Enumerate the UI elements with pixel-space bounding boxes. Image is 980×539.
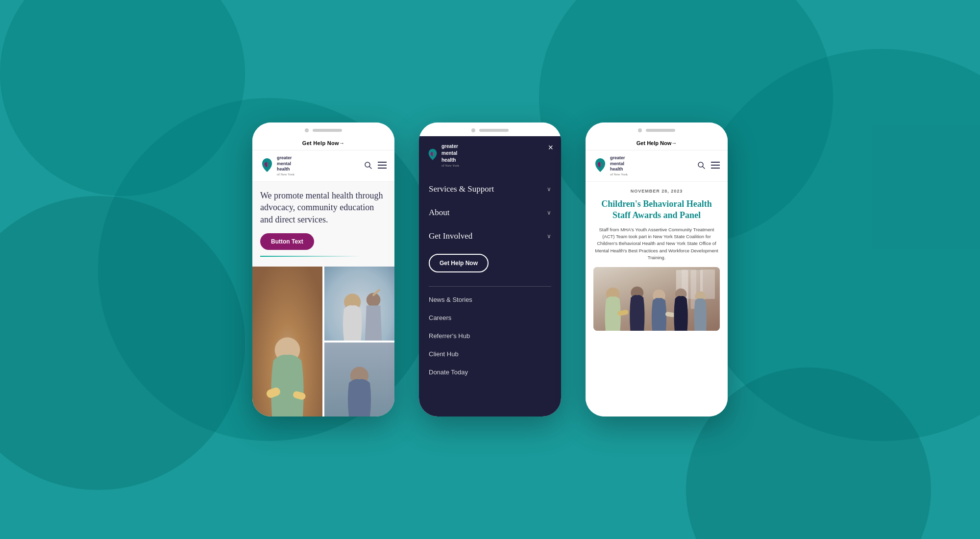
nav-item-services[interactable]: Services & Support ∨ <box>419 177 561 201</box>
phone-3-logo: greatermentalhealth of New York <box>593 155 628 176</box>
phone-1-cta-button[interactable]: Button Text <box>260 233 314 250</box>
phone-2-cta-area: Get Help Now <box>419 248 561 282</box>
article-image <box>593 267 720 331</box>
services-chevron-icon: ∨ <box>547 186 551 193</box>
search-icon[interactable] <box>364 161 372 171</box>
close-nav-button[interactable]: × <box>548 143 553 152</box>
phone-1-image-2 <box>324 267 394 341</box>
nav-divider <box>429 286 551 287</box>
svg-line-13 <box>703 167 705 169</box>
phone-2-notch <box>419 122 561 136</box>
phone-1-header: greatermentalhealth of New York <box>252 150 394 182</box>
article-image-svg <box>593 267 720 331</box>
phone-2-content: greatermentalhealth of New York × Servic… <box>419 136 561 416</box>
phone-2: greatermentalhealth of New York × Servic… <box>419 122 561 416</box>
phone-3-header-icons <box>697 161 720 171</box>
gmh-logo-icon <box>260 157 274 175</box>
phone-1-logo: greatermentalhealth of New York <box>260 155 294 176</box>
phone-3-content: Get Help Now → greatermentalhealth of Ne… <box>586 136 728 416</box>
nav-item-about[interactable]: About ∨ <box>419 201 561 224</box>
nav-item-careers[interactable]: Careers <box>419 309 561 327</box>
phones-container: Get Help Now → greatermentalhealth of Ne… <box>252 122 728 416</box>
phone-2-dot <box>471 128 475 132</box>
phone-2-logo-icon <box>427 148 439 163</box>
phone-1-dot <box>305 128 309 132</box>
nav-item-get-involved[interactable]: Get Involved ∨ <box>419 224 561 248</box>
phone-1-speaker <box>313 129 342 132</box>
phone-2-speaker <box>479 129 509 132</box>
phone-3-header: greatermentalhealth of New York <box>586 150 728 182</box>
phone-2-nav: Services & Support ∨ About ∨ Get Involve… <box>419 173 561 416</box>
teal-decorative-line <box>260 256 361 257</box>
phone-3-top-bar[interactable]: Get Help Now → <box>586 136 728 150</box>
phone-3-logo-icon <box>593 157 607 175</box>
article-date: NOVEMBER 28, 2023 <box>586 182 728 196</box>
nav-item-news[interactable]: News & Stories <box>419 291 561 309</box>
phone-2-logo-sub: of New York <box>441 164 459 168</box>
about-chevron-icon: ∨ <box>547 209 551 217</box>
article-title: Children's Behavioral Health Staff Award… <box>586 196 728 226</box>
phone-1-logo-text: greatermentalhealth of New York <box>277 155 294 176</box>
phone-1-notch <box>252 122 394 136</box>
nav-item-referrers-hub[interactable]: Referrer's Hub <box>419 327 561 345</box>
phone-1-topbar-arrow: → <box>339 140 344 146</box>
nav-cta-button[interactable]: Get Help Now <box>429 254 489 272</box>
phone-1-header-icons <box>364 161 387 171</box>
phone-2-logo-text: greatermentalhealth <box>441 143 459 164</box>
phone-3-speaker <box>646 129 675 132</box>
phone-3-hamburger-icon[interactable] <box>711 162 720 170</box>
article-summary: Staff from MHA's Youth Assertive Communi… <box>586 226 728 267</box>
nav-item-services-label: Services & Support <box>429 184 494 194</box>
nav-item-about-label: About <box>429 208 450 218</box>
phone-3-search-icon[interactable] <box>697 161 705 171</box>
phone-3-topbar-arrow: → <box>671 140 677 146</box>
nav-item-client-hub[interactable]: Client Hub <box>419 345 561 363</box>
phone-1-images-grid <box>252 267 394 416</box>
phone-1-image-3 <box>324 343 394 416</box>
svg-line-1 <box>369 167 371 169</box>
nav-item-donate[interactable]: Donate Today <box>419 363 561 381</box>
phone-3-dot <box>638 128 642 132</box>
phone-1-top-bar[interactable]: Get Help Now → <box>252 136 394 150</box>
hamburger-icon[interactable] <box>378 162 387 170</box>
phone-1-image-1 <box>252 267 322 416</box>
nav-item-get-involved-label: Get Involved <box>429 231 472 241</box>
phone-3-logo-text: greatermentalhealth of New York <box>610 155 628 176</box>
phone-1-hero: We promote mental health through advocac… <box>252 182 394 267</box>
svg-rect-23 <box>665 312 675 318</box>
phone-3-topbar-text: Get Help Now <box>637 140 672 146</box>
phone-2-top: greatermentalhealth of New York × <box>419 136 561 173</box>
phone-1-topbar-text: Get Help Now <box>302 140 339 146</box>
phone-1-headline: We promote mental health through advocac… <box>260 190 387 225</box>
phone-3-notch <box>586 122 728 136</box>
phone-3-article: NOVEMBER 28, 2023 Children's Behavioral … <box>586 182 728 416</box>
phone-2-nav-overlay: greatermentalhealth of New York × Servic… <box>419 136 561 416</box>
phone-1: Get Help Now → greatermentalhealth of Ne… <box>252 122 394 416</box>
phone-2-logo: greatermentalhealth of New York <box>427 143 459 168</box>
get-involved-chevron-icon: ∨ <box>547 233 551 240</box>
phone-1-content: Get Help Now → greatermentalhealth of Ne… <box>252 136 394 416</box>
phone-3: Get Help Now → greatermentalhealth of Ne… <box>586 122 728 416</box>
